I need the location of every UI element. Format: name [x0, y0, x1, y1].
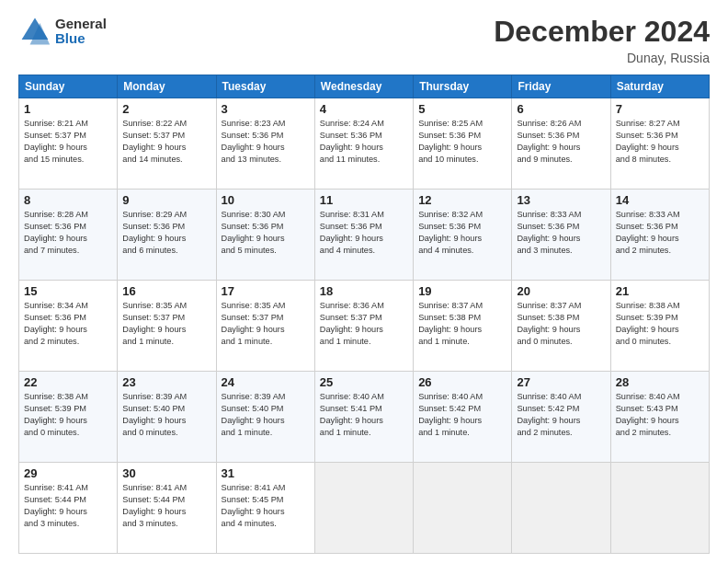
- day-number: 4: [320, 102, 408, 116]
- day-number: 6: [517, 102, 605, 116]
- table-row: 26Sunrise: 8:40 AM Sunset: 5:42 PM Dayli…: [414, 372, 512, 463]
- table-row: 12Sunrise: 8:32 AM Sunset: 5:36 PM Dayli…: [414, 190, 512, 281]
- table-row: 17Sunrise: 8:35 AM Sunset: 5:37 PM Dayli…: [216, 281, 314, 372]
- day-number: 23: [122, 375, 210, 389]
- col-sunday: Sunday: [19, 75, 118, 98]
- table-row: 13Sunrise: 8:33 AM Sunset: 5:36 PM Dayli…: [512, 190, 610, 281]
- day-number: 19: [418, 284, 506, 298]
- day-number: 13: [517, 193, 605, 207]
- table-row: 10Sunrise: 8:30 AM Sunset: 5:36 PM Dayli…: [216, 190, 314, 281]
- day-detail: Sunrise: 8:22 AM Sunset: 5:37 PM Dayligh…: [122, 118, 210, 166]
- table-row: [314, 463, 413, 554]
- day-number: 31: [222, 466, 310, 480]
- day-detail: Sunrise: 8:41 AM Sunset: 5:44 PM Dayligh…: [24, 482, 112, 530]
- col-wednesday: Wednesday: [314, 75, 413, 98]
- table-row: 23Sunrise: 8:39 AM Sunset: 5:40 PM Dayli…: [118, 372, 216, 463]
- day-detail: Sunrise: 8:33 AM Sunset: 5:36 PM Dayligh…: [616, 209, 704, 257]
- table-row: 3Sunrise: 8:23 AM Sunset: 5:36 PM Daylig…: [216, 98, 314, 190]
- calendar-body: 1Sunrise: 8:21 AM Sunset: 5:37 PM Daylig…: [19, 98, 710, 554]
- day-detail: Sunrise: 8:37 AM Sunset: 5:38 PM Dayligh…: [418, 300, 506, 348]
- day-number: 9: [122, 193, 210, 207]
- day-detail: Sunrise: 8:32 AM Sunset: 5:36 PM Dayligh…: [418, 209, 506, 257]
- day-number: 25: [320, 375, 408, 389]
- table-row: 5Sunrise: 8:25 AM Sunset: 5:36 PM Daylig…: [414, 98, 512, 190]
- day-number: 26: [418, 375, 506, 389]
- day-detail: Sunrise: 8:36 AM Sunset: 5:37 PM Dayligh…: [320, 300, 408, 348]
- table-row: 19Sunrise: 8:37 AM Sunset: 5:38 PM Dayli…: [414, 281, 512, 372]
- table-row: 24Sunrise: 8:39 AM Sunset: 5:40 PM Dayli…: [216, 372, 314, 463]
- day-number: 17: [222, 284, 310, 298]
- day-number: 22: [24, 375, 112, 389]
- day-number: 7: [616, 102, 704, 116]
- day-detail: Sunrise: 8:41 AM Sunset: 5:44 PM Dayligh…: [122, 482, 210, 530]
- table-row: 9Sunrise: 8:29 AM Sunset: 5:36 PM Daylig…: [118, 190, 216, 281]
- day-detail: Sunrise: 8:25 AM Sunset: 5:36 PM Dayligh…: [418, 118, 506, 166]
- logo-general-text: General: [55, 17, 107, 32]
- day-number: 2: [122, 102, 210, 116]
- day-number: 11: [320, 193, 408, 207]
- col-saturday: Saturday: [610, 75, 709, 98]
- calendar-header: Sunday Monday Tuesday Wednesday Thursday…: [19, 75, 710, 98]
- table-row: 16Sunrise: 8:35 AM Sunset: 5:37 PM Dayli…: [118, 281, 216, 372]
- day-number: 27: [517, 375, 605, 389]
- location: Dunay, Russia: [494, 51, 710, 65]
- page: General Blue December 2024 Dunay, Russia…: [0, 0, 728, 563]
- col-tuesday: Tuesday: [216, 75, 314, 98]
- day-detail: Sunrise: 8:40 AM Sunset: 5:42 PM Dayligh…: [517, 391, 605, 439]
- table-row: 1Sunrise: 8:21 AM Sunset: 5:37 PM Daylig…: [19, 98, 118, 190]
- day-number: 29: [24, 466, 112, 480]
- day-detail: Sunrise: 8:40 AM Sunset: 5:43 PM Dayligh…: [616, 391, 704, 439]
- day-detail: Sunrise: 8:39 AM Sunset: 5:40 PM Dayligh…: [122, 391, 210, 439]
- table-row: 21Sunrise: 8:38 AM Sunset: 5:39 PM Dayli…: [610, 281, 709, 372]
- day-detail: Sunrise: 8:29 AM Sunset: 5:36 PM Dayligh…: [122, 209, 210, 257]
- table-row: 14Sunrise: 8:33 AM Sunset: 5:36 PM Dayli…: [610, 190, 709, 281]
- day-number: 28: [616, 375, 704, 389]
- table-row: 2Sunrise: 8:22 AM Sunset: 5:37 PM Daylig…: [118, 98, 216, 190]
- table-row: 8Sunrise: 8:28 AM Sunset: 5:36 PM Daylig…: [19, 190, 118, 281]
- table-row: [610, 463, 709, 554]
- day-detail: Sunrise: 8:38 AM Sunset: 5:39 PM Dayligh…: [24, 391, 112, 439]
- table-row: 7Sunrise: 8:27 AM Sunset: 5:36 PM Daylig…: [610, 98, 709, 190]
- day-number: 15: [24, 284, 112, 298]
- table-row: 30Sunrise: 8:41 AM Sunset: 5:44 PM Dayli…: [118, 463, 216, 554]
- day-detail: Sunrise: 8:28 AM Sunset: 5:36 PM Dayligh…: [24, 209, 112, 257]
- logo-blue-text: Blue: [55, 31, 107, 47]
- table-row: 22Sunrise: 8:38 AM Sunset: 5:39 PM Dayli…: [19, 372, 118, 463]
- day-detail: Sunrise: 8:38 AM Sunset: 5:39 PM Dayligh…: [616, 300, 704, 348]
- table-row: 15Sunrise: 8:34 AM Sunset: 5:36 PM Dayli…: [19, 281, 118, 372]
- col-friday: Friday: [512, 75, 610, 98]
- day-number: 10: [222, 193, 310, 207]
- day-detail: Sunrise: 8:24 AM Sunset: 5:36 PM Dayligh…: [320, 118, 408, 166]
- col-monday: Monday: [118, 75, 216, 98]
- day-detail: Sunrise: 8:37 AM Sunset: 5:38 PM Dayligh…: [517, 300, 605, 348]
- col-thursday: Thursday: [414, 75, 512, 98]
- calendar-table: Sunday Monday Tuesday Wednesday Thursday…: [18, 75, 710, 554]
- day-number: 20: [517, 284, 605, 298]
- day-detail: Sunrise: 8:34 AM Sunset: 5:36 PM Dayligh…: [24, 300, 112, 348]
- day-number: 30: [122, 466, 210, 480]
- header-row: Sunday Monday Tuesday Wednesday Thursday…: [19, 75, 710, 98]
- day-detail: Sunrise: 8:39 AM Sunset: 5:40 PM Dayligh…: [222, 391, 310, 439]
- logo-icon: [18, 15, 51, 48]
- day-detail: Sunrise: 8:23 AM Sunset: 5:36 PM Dayligh…: [222, 118, 310, 166]
- day-detail: Sunrise: 8:41 AM Sunset: 5:45 PM Dayligh…: [222, 482, 310, 530]
- table-row: 20Sunrise: 8:37 AM Sunset: 5:38 PM Dayli…: [512, 281, 610, 372]
- day-number: 18: [320, 284, 408, 298]
- day-number: 16: [122, 284, 210, 298]
- table-row: 28Sunrise: 8:40 AM Sunset: 5:43 PM Dayli…: [610, 372, 709, 463]
- table-row: 31Sunrise: 8:41 AM Sunset: 5:45 PM Dayli…: [216, 463, 314, 554]
- day-number: 1: [24, 102, 112, 116]
- day-number: 8: [24, 193, 112, 207]
- table-row: [512, 463, 610, 554]
- table-row: 18Sunrise: 8:36 AM Sunset: 5:37 PM Dayli…: [314, 281, 413, 372]
- logo: General Blue: [18, 15, 107, 48]
- day-number: 3: [222, 102, 310, 116]
- table-row: 11Sunrise: 8:31 AM Sunset: 5:36 PM Dayli…: [314, 190, 413, 281]
- day-detail: Sunrise: 8:35 AM Sunset: 5:37 PM Dayligh…: [222, 300, 310, 348]
- header: General Blue December 2024 Dunay, Russia: [18, 15, 710, 65]
- day-detail: Sunrise: 8:27 AM Sunset: 5:36 PM Dayligh…: [616, 118, 704, 166]
- day-detail: Sunrise: 8:21 AM Sunset: 5:37 PM Dayligh…: [24, 118, 112, 166]
- logo-text: General Blue: [55, 17, 107, 47]
- day-detail: Sunrise: 8:35 AM Sunset: 5:37 PM Dayligh…: [122, 300, 210, 348]
- table-row: 29Sunrise: 8:41 AM Sunset: 5:44 PM Dayli…: [19, 463, 118, 554]
